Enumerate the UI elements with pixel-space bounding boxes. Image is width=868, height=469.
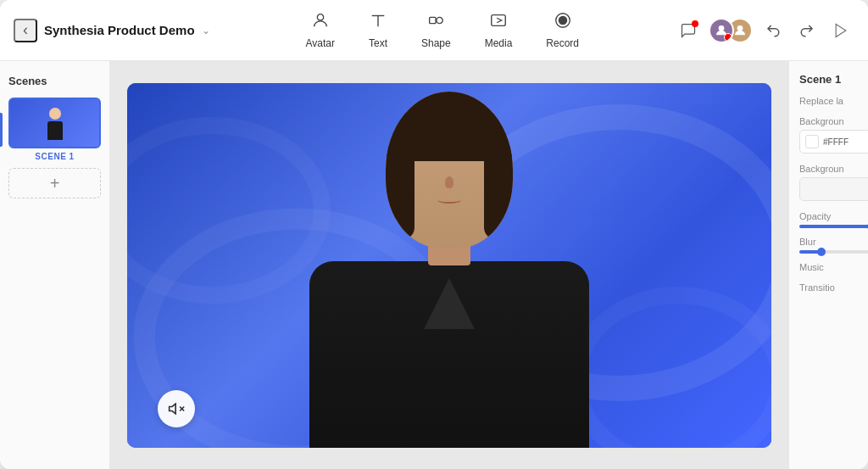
shape-icon bbox=[426, 11, 445, 34]
scenes-panel: Scenes SCENE 1 + bbox=[0, 61, 110, 469]
presenter-mouth bbox=[437, 197, 461, 204]
undo-button[interactable] bbox=[760, 17, 787, 44]
avatar-icon bbox=[311, 11, 330, 34]
background2-field[interactable] bbox=[799, 177, 868, 201]
background-item: Backgroun #FFFF bbox=[799, 116, 868, 154]
svg-marker-15 bbox=[170, 404, 176, 414]
presenter-hair-left bbox=[386, 113, 415, 240]
shape-label: Shape bbox=[421, 37, 451, 49]
right-panel-title: Scene 1 bbox=[799, 73, 868, 86]
presenter-head bbox=[386, 92, 513, 248]
background-color-field[interactable]: #FFFF bbox=[799, 130, 868, 154]
scene-person-head bbox=[49, 108, 61, 120]
svg-marker-10 bbox=[836, 24, 846, 36]
scenes-title: Scenes bbox=[8, 75, 101, 87]
color-swatch bbox=[805, 135, 819, 148]
presenter-hair-right bbox=[484, 113, 513, 240]
svg-point-0 bbox=[317, 14, 323, 20]
blur-label: Blur bbox=[799, 237, 868, 247]
scene-label: SCENE 1 bbox=[8, 152, 101, 161]
blur-slider[interactable] bbox=[799, 250, 868, 254]
presenter-eye-right bbox=[481, 151, 491, 157]
notification-badge bbox=[692, 20, 698, 27]
presenter-nose bbox=[445, 176, 453, 188]
app-window: ‹ Synthesia Product Demo ⌄ Avatar bbox=[0, 0, 868, 469]
svg-point-9 bbox=[737, 25, 743, 31]
toolbar-text-button[interactable]: Text bbox=[355, 4, 401, 56]
replace-item: Replace la bbox=[799, 96, 868, 106]
svg-point-4 bbox=[437, 17, 442, 23]
transition-label: Transitio bbox=[799, 282, 868, 293]
svg-rect-3 bbox=[430, 17, 436, 23]
canvas-area bbox=[110, 61, 788, 469]
project-title[interactable]: Synthesia Product Demo bbox=[44, 23, 195, 37]
opacity-fill bbox=[799, 225, 868, 228]
opacity-area: Opacity bbox=[799, 211, 868, 228]
scene-person-icon bbox=[47, 108, 64, 138]
text-label: Text bbox=[369, 37, 387, 49]
record-label: Record bbox=[546, 37, 579, 49]
background2-item: Backgroun bbox=[799, 164, 868, 201]
toolbar-shape-button[interactable]: Shape bbox=[408, 4, 465, 56]
topbar: ‹ Synthesia Product Demo ⌄ Avatar bbox=[0, 0, 868, 61]
toolbar-avatar-button[interactable]: Avatar bbox=[292, 4, 348, 56]
svg-point-6 bbox=[559, 16, 566, 24]
record-icon bbox=[554, 11, 572, 34]
play-button[interactable] bbox=[827, 17, 854, 44]
main-content: Scenes SCENE 1 + bbox=[0, 61, 868, 469]
right-panel: Scene 1 Replace la Backgroun #FFFF Backg… bbox=[788, 61, 868, 469]
presenter-eye-left bbox=[408, 151, 418, 157]
background-label: Backgroun bbox=[799, 116, 868, 126]
chevron-down-icon[interactable]: ⌄ bbox=[202, 25, 210, 36]
user-avatars bbox=[709, 18, 753, 43]
svg-point-8 bbox=[719, 25, 725, 31]
back-button[interactable]: ‹ bbox=[14, 19, 37, 42]
opacity-slider[interactable] bbox=[799, 225, 868, 228]
add-scene-button[interactable]: + bbox=[8, 168, 101, 198]
music-label: Music bbox=[799, 262, 868, 272]
presenter-vneck bbox=[424, 278, 475, 329]
avatar-label: Avatar bbox=[305, 37, 334, 49]
scene-thumbnail bbox=[8, 98, 101, 148]
media-icon bbox=[489, 11, 508, 34]
presenter bbox=[288, 92, 610, 448]
video-canvas bbox=[127, 83, 771, 448]
scene-active-indicator bbox=[0, 113, 3, 147]
color-value: #FFFF bbox=[823, 137, 849, 147]
replace-label: Replace la bbox=[799, 96, 868, 106]
topbar-left: ‹ Synthesia Product Demo ⌄ bbox=[14, 19, 210, 42]
redo-button[interactable] bbox=[793, 17, 821, 44]
user-avatar-1[interactable] bbox=[709, 18, 734, 43]
scene-item[interactable]: SCENE 1 bbox=[8, 98, 101, 161]
mute-button[interactable] bbox=[158, 390, 195, 427]
toolbar-media-button[interactable]: Media bbox=[471, 4, 526, 56]
blur-thumb[interactable] bbox=[817, 248, 826, 256]
blur-area: Blur bbox=[799, 237, 868, 254]
scene-person-body bbox=[47, 121, 63, 140]
opacity-label: Opacity bbox=[799, 211, 868, 221]
music-item: Music bbox=[799, 262, 868, 272]
comments-button[interactable] bbox=[675, 17, 702, 44]
topbar-right bbox=[675, 17, 854, 44]
toolbar: Avatar Text bbox=[210, 4, 675, 56]
toolbar-record-button[interactable]: Record bbox=[532, 4, 593, 56]
text-icon bbox=[369, 11, 387, 34]
media-label: Media bbox=[485, 37, 513, 49]
background2-label: Backgroun bbox=[799, 164, 868, 174]
scene-thumbnail-inner bbox=[10, 99, 99, 147]
transition-item: Transitio bbox=[799, 282, 868, 293]
svg-rect-5 bbox=[492, 15, 506, 26]
